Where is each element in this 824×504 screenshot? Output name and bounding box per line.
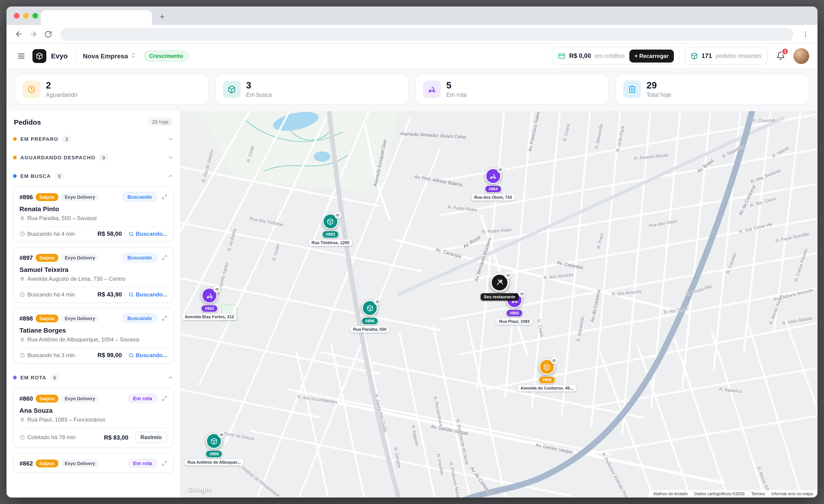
marker-circle[interactable] (539, 359, 555, 375)
user-avatar[interactable] (794, 48, 809, 64)
package-icon (691, 52, 698, 59)
marker-circle[interactable] (485, 168, 501, 184)
marker-circle[interactable] (206, 433, 222, 449)
section-em-busca[interactable]: EM BUSCA 3 (13, 167, 174, 185)
searching-link[interactable]: Buscando... (128, 231, 167, 237)
track-button[interactable]: Rastreio (135, 432, 167, 443)
desktop: Evyo Nova Empresa Crescimento R$ 0,00 em… (0, 0, 824, 504)
marker-eye-button[interactable] (213, 285, 221, 293)
new-tab-button[interactable] (156, 10, 169, 23)
marker-eye-button[interactable] (218, 431, 225, 438)
expand-icon[interactable] (162, 396, 167, 401)
map-marker-864[interactable]: #864Rua dos Otoni, 733 (471, 168, 515, 201)
chevron-up-icon (167, 173, 174, 179)
notifications-button[interactable]: 3 (772, 47, 789, 64)
stat-label: Aguardando (46, 92, 77, 98)
map-pin-icon (19, 216, 25, 221)
orders-sidebar: Pedidos 29 hoje EM PREPARO 2 AGUARDANDO … (6, 111, 181, 498)
searching-link[interactable]: Buscando... (128, 291, 167, 298)
order-card-896[interactable]: #896 Saipos Evyo Delivery Buscando Renat… (13, 186, 174, 242)
section-label: EM ROTA (20, 375, 46, 380)
reload-button[interactable] (42, 27, 55, 40)
status-dot (13, 156, 17, 159)
map-marker-908[interactable]: #908Avenida do Contorno, 45... (518, 359, 576, 391)
browser-toolbar (6, 25, 818, 43)
section-em-preparo[interactable]: EM PREPARO 2 (13, 130, 174, 148)
browser-menu-button[interactable] (799, 27, 812, 40)
keyboard-shortcuts-link[interactable]: Atalhos do teclado (653, 492, 688, 496)
google-logo[interactable]: Google (188, 486, 211, 493)
order-card-860[interactable]: #860 Saipos Evyo Delivery Em rota Ana So… (13, 388, 174, 448)
expand-icon[interactable] (162, 316, 167, 321)
clipboard-icon (623, 81, 641, 98)
orders-remaining-widget: 171 pedidos restantes (685, 47, 767, 65)
credits-widget: R$ 0,00 em créditos + Recarregar (552, 47, 680, 65)
clock-icon (19, 434, 25, 440)
map-marker-896[interactable]: #896Rua Paraíba, 550 (350, 300, 389, 333)
marker-eye-button[interactable] (518, 290, 526, 297)
hamburger-menu-icon[interactable] (15, 49, 28, 62)
marker-eye-button[interactable] (550, 357, 558, 364)
main-content: Pedidos 29 hoje EM PREPARO 2 AGUARDANDO … (6, 111, 818, 498)
marker-circle[interactable] (323, 214, 338, 229)
minimize-window-button[interactable] (23, 13, 29, 18)
close-window-button[interactable] (14, 13, 19, 18)
order-price: R$ 99,00 (97, 352, 122, 359)
order-meta: Buscando há 4 min (27, 291, 75, 298)
marker-address-caption: Rua Paraíba, 550 (350, 326, 389, 333)
order-card-898[interactable]: #898 Saipos Evyo Delivery Buscando Tatia… (13, 307, 174, 364)
marker-eye-button[interactable] (334, 211, 341, 219)
chevron-down-icon (167, 136, 174, 142)
marker-circle[interactable] (362, 300, 378, 316)
marker-eye-button[interactable] (374, 298, 381, 305)
forward-button[interactable] (27, 27, 40, 40)
customer-name: Tatiane Borges (19, 327, 167, 334)
delivery-map[interactable]: R. Rio de JaneiroR. GoiásR. da BahiaR. E… (181, 111, 818, 498)
order-price: R$ 58,00 (97, 230, 122, 237)
customer-address: Rua Antônio de Albuquerque, 1004 – Savas… (27, 336, 139, 343)
searching-link[interactable]: Buscando... (128, 352, 167, 358)
app-header: Evyo Nova Empresa Crescimento R$ 0,00 em… (6, 43, 818, 69)
company-selector[interactable]: Nova Empresa (83, 52, 136, 59)
order-price: R$ 43,90 (97, 291, 122, 298)
stat-value: 2 (46, 81, 77, 90)
terms-link[interactable]: Termos (751, 492, 765, 496)
orders-remaining-label: pedidos restantes (716, 52, 761, 59)
recharge-button[interactable]: + Recarregar (629, 49, 674, 62)
marker-eye-button[interactable] (504, 271, 512, 279)
marker-order-badge: #862 (201, 305, 218, 312)
marker-eye-button[interactable] (497, 166, 504, 173)
customer-name: Samuel Teixeira (19, 266, 167, 273)
marker-order-badge: #908 (538, 376, 555, 384)
customer-name: Ana Souza (19, 407, 167, 414)
expand-icon[interactable] (162, 255, 167, 260)
chevron-down-icon (167, 154, 174, 161)
restaurant-marker[interactable]: Seu restaurante (481, 273, 519, 301)
address-bar[interactable] (60, 27, 794, 40)
channel-badge: Evyo Delivery (61, 314, 99, 322)
section-aguardando-despacho[interactable]: AGUARDANDO DESPACHO 0 (13, 148, 174, 167)
expand-icon[interactable] (162, 194, 167, 200)
section-count: 5 (50, 374, 59, 381)
map-marker-893[interactable]: #893Rua Timbiras, 1200 (309, 214, 352, 246)
map-marker-898[interactable]: #898Rua Antônio de Albuquer... (185, 433, 243, 466)
orders-list: EM PREPARO 2 AGUARDANDO DESPACHO 0 EM BU… (6, 130, 180, 498)
map-marker-862[interactable]: #862Avenida Bias Fortes, 212 (182, 288, 237, 320)
map-data-credit: Dados cartográficos ©2026 (694, 492, 744, 496)
browser-tab[interactable] (41, 10, 152, 25)
expand-icon[interactable] (162, 461, 167, 466)
map-attribution: Atalhos do teclado Dados cartográficos ©… (648, 490, 818, 498)
order-card-862[interactable]: #862 Saipos Evyo Delivery Em rota (13, 453, 174, 473)
back-button[interactable] (12, 27, 25, 40)
status-dot (13, 376, 17, 379)
order-card-897[interactable]: #897 Saipos Evyo Delivery Buscando Samue… (13, 247, 174, 303)
section-em-rota[interactable]: EM ROTA 5 (13, 368, 174, 387)
stat-card-em-busca: 3Em busca (215, 74, 409, 105)
status-pill: Buscando (122, 313, 157, 323)
restaurant-circle[interactable] (490, 273, 509, 292)
maximize-window-button[interactable] (32, 13, 38, 18)
report-map-error-link[interactable]: Informar erro no mapa (771, 492, 813, 496)
stat-card-aguardando: 2Aguardando (15, 74, 209, 105)
marker-circle[interactable] (202, 288, 217, 303)
map-pin-icon (19, 417, 25, 422)
